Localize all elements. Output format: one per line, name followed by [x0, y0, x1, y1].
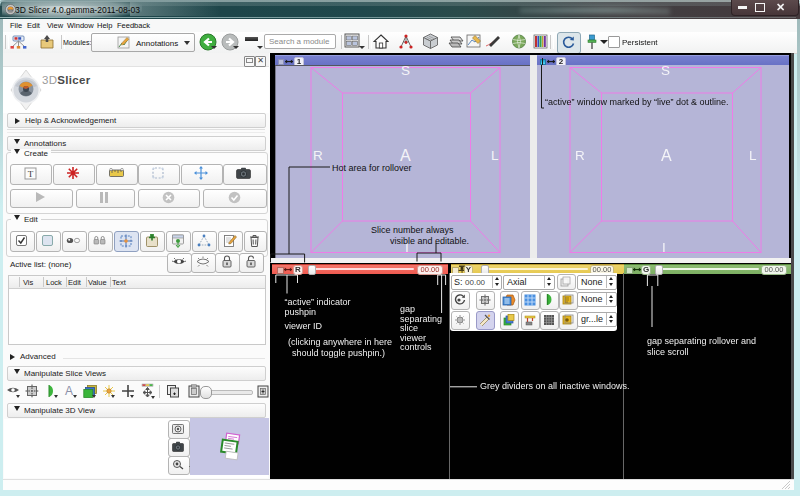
svg-text:T: T — [28, 169, 34, 179]
